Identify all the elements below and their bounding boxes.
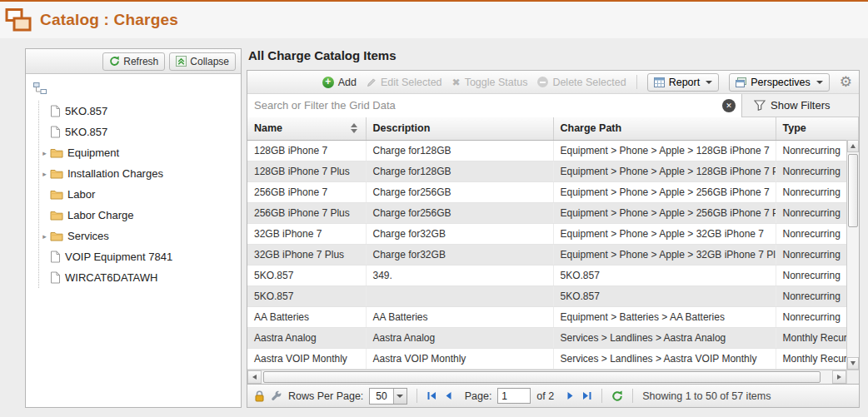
scroll-up-arrow[interactable] — [847, 140, 859, 152]
tree-item-label: WIRCAT6DATAWH — [65, 271, 157, 284]
content-area: Refresh Collapse — [0, 38, 868, 417]
tree-item-label: Services — [67, 230, 109, 242]
tree-item[interactable]: Labor — [39, 184, 236, 205]
grid-title: All Charge Catalog Items — [248, 48, 860, 62]
table-cell: Aastra Analog — [366, 327, 553, 348]
tree-item[interactable]: 5KO.857 — [39, 122, 236, 142]
page-title: Catalog : Charges — [40, 11, 178, 29]
scroll-left-arrow[interactable] — [247, 370, 262, 384]
table-cell: Services > Landlines > Aastra Analog — [553, 327, 776, 348]
column-header-type[interactable]: Type — [776, 117, 859, 140]
table-cell: 5KO.857 — [247, 285, 366, 306]
tree-item[interactable]: Labor Charge — [39, 205, 236, 226]
chevron-down-icon — [706, 81, 712, 84]
table-cell: 32GB iPhone 7 — [247, 223, 366, 244]
first-page-button[interactable] — [427, 390, 437, 401]
table-row[interactable]: Aastra VOIP MonthlyAastra VOIP MonthlySe… — [247, 348, 859, 369]
perspectives-dropdown-button[interactable]: Perspectives — [729, 73, 830, 92]
refresh-icon — [109, 56, 120, 67]
tree-item[interactable]: ▸Services — [39, 226, 236, 246]
lock-icon[interactable] — [254, 390, 265, 402]
table-body: 128GB iPhone 7Charge for128GBEquipment >… — [247, 140, 859, 369]
horizontal-scrollbar[interactable] — [247, 370, 859, 384]
table-cell: Aastra VOIP Monthly — [247, 348, 366, 369]
sort-icon[interactable] — [351, 123, 357, 133]
folder-icon — [50, 210, 63, 221]
table-cell: Charge for256GB — [366, 202, 553, 223]
horizontal-scroll-thumb[interactable] — [263, 371, 821, 383]
chevron-down-icon — [816, 81, 823, 84]
table-row[interactable]: Aastra AnalogAastra AnalogServices > Lan… — [247, 327, 859, 348]
table-cell: Aastra Analog — [247, 327, 366, 348]
delete-selected-button[interactable]: Delete Selected — [537, 77, 626, 88]
table-area: Name Description Charge Path — [247, 117, 859, 370]
expand-arrow-icon[interactable]: ▸ — [39, 149, 50, 157]
table-row[interactable]: 32GB iPhone 7Charge for32GBEquipment > P… — [247, 223, 859, 244]
folder-icon — [50, 147, 63, 158]
table-cell: Equipment > Phone > Apple > 128GB iPhone… — [553, 161, 776, 181]
table-cell: Services > Landlines > Aastra VOIP Month… — [553, 348, 776, 369]
table-cell: 32GB iPhone 7 Plus — [247, 244, 366, 265]
table-row[interactable]: 5KO.8575KO.857Nonrecurring — [247, 285, 859, 306]
search-input[interactable] — [247, 94, 742, 117]
tree-item[interactable]: VOIP Equipment 7841 — [39, 246, 236, 267]
clear-search-icon[interactable]: ✕ — [722, 99, 736, 112]
page-number-input[interactable] — [497, 388, 531, 404]
wrench-icon[interactable] — [271, 390, 282, 402]
expand-arrow-icon[interactable]: ▸ — [39, 232, 50, 241]
tree-item-label: Labor — [67, 188, 95, 201]
table-cell: AA Batteries — [247, 306, 366, 327]
table-cell: 349. — [366, 265, 553, 285]
gear-icon[interactable]: ⚙ — [840, 75, 852, 89]
previous-page-button[interactable] — [443, 390, 454, 401]
collapse-tree-button[interactable]: Collapse — [169, 52, 236, 71]
scroll-right-arrow[interactable] — [832, 370, 846, 384]
horizontal-scroll-track[interactable] — [262, 370, 832, 384]
expand-arrow-icon[interactable]: ▸ — [39, 170, 50, 178]
rows-per-page-select[interactable]: 50 — [369, 388, 407, 405]
toggle-status-button[interactable]: ✖ Toggle Status — [452, 77, 528, 88]
report-dropdown-button[interactable]: Report — [647, 73, 720, 92]
table-cell: 256GB iPhone 7 Plus — [247, 202, 366, 223]
add-button[interactable]: + Add — [322, 77, 357, 88]
table-row[interactable]: 256GB iPhone 7 PlusCharge for256GBEquipm… — [247, 202, 859, 223]
tree-item-list: 5KO.8575KO.857▸Equipment▸Installation Ch… — [38, 101, 236, 288]
perspectives-icon — [736, 77, 746, 87]
table-row[interactable]: 5KO.857349.5KO.857Nonrecurring — [247, 265, 859, 285]
edit-selected-button[interactable]: Edit Selected — [367, 77, 442, 88]
pager-separator — [632, 389, 633, 403]
table-row[interactable]: 256GB iPhone 7Charge for256GBEquipment >… — [247, 181, 859, 202]
vertical-scroll-thumb[interactable] — [848, 154, 858, 227]
tree-item[interactable]: ▸Equipment — [39, 142, 236, 163]
next-page-button[interactable] — [565, 390, 576, 401]
delete-icon — [537, 77, 548, 87]
scroll-down-arrow[interactable] — [847, 357, 859, 370]
table-row[interactable]: 128GB iPhone 7Charge for128GBEquipment >… — [247, 140, 859, 161]
table-row[interactable]: AA BatteriesAA BatteriesEquipment > Batt… — [247, 306, 859, 327]
table-row[interactable]: 32GB iPhone 7 PlusCharge for32GBEquipmen… — [247, 244, 859, 265]
column-header-description[interactable]: Description — [366, 117, 553, 140]
main-panel: All Charge Catalog Items + Add Edit Sele… — [247, 48, 860, 408]
document-icon — [50, 271, 61, 284]
table-row[interactable]: 128GB iPhone 7 PlusCharge for128GBEquipm… — [247, 161, 859, 181]
tree-item-label: Equipment — [67, 146, 119, 159]
last-page-button[interactable] — [581, 390, 592, 401]
table-cell: Equipment > Phone > Apple > 256GB iPhone… — [553, 181, 776, 202]
refresh-grid-icon[interactable] — [611, 390, 623, 402]
vertical-scrollbar[interactable] — [846, 140, 859, 370]
column-header-charge-path[interactable]: Charge Path — [553, 117, 776, 140]
column-header-description-label: Description — [373, 122, 431, 134]
page-label: Page: — [465, 390, 492, 402]
table-cell: AA Batteries — [366, 306, 553, 327]
funnel-icon — [754, 100, 766, 111]
tree-item[interactable]: WIRCAT6DATAWH — [39, 267, 236, 288]
column-header-name[interactable]: Name — [247, 117, 366, 140]
refresh-tree-button[interactable]: Refresh — [102, 52, 165, 71]
tree-item[interactable]: ▸Installation Charges — [39, 163, 236, 184]
perspectives-label: Perspectives — [751, 77, 811, 88]
table-cell: 128GB iPhone 7 Plus — [247, 161, 366, 181]
page-of-label: of 2 — [536, 390, 554, 402]
tree-item[interactable]: 5KO.857 — [39, 101, 236, 122]
tree-root-icon[interactable] — [32, 81, 236, 101]
show-filters-button[interactable]: Show Filters — [742, 99, 831, 112]
